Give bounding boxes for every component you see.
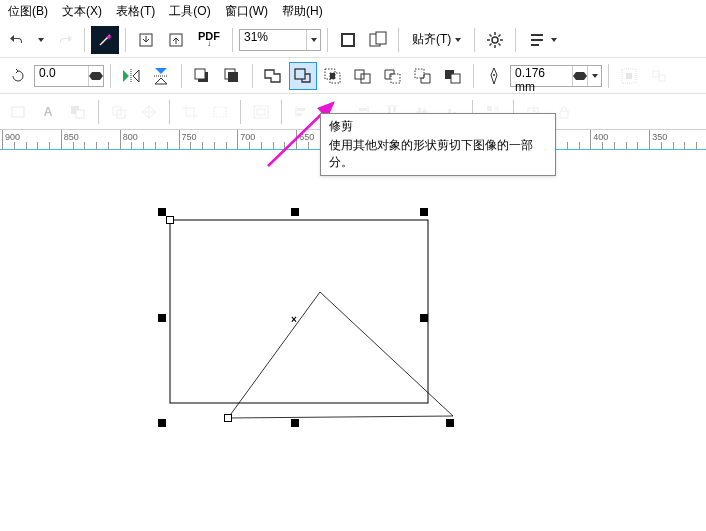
selection-center: × xyxy=(291,314,297,325)
sec-btn-6[interactable] xyxy=(176,98,204,126)
mirror-v-icon xyxy=(151,66,171,86)
svg-rect-39 xyxy=(12,107,24,117)
group-rect-icon xyxy=(109,102,129,122)
import-button[interactable] xyxy=(132,26,160,54)
front-minus-back-button[interactable] xyxy=(379,62,407,90)
sec-btn-5[interactable] xyxy=(135,98,163,126)
selection-handle[interactable] xyxy=(420,208,428,216)
chevron-down-icon xyxy=(551,38,557,42)
selection-handle[interactable] xyxy=(158,314,166,322)
svg-rect-41 xyxy=(76,110,84,118)
svg-line-12 xyxy=(499,43,501,45)
layout-button[interactable] xyxy=(522,26,562,54)
tooltip-desc: 使用其他对象的形状剪切下图像的一部分。 xyxy=(329,137,547,171)
node-handle[interactable] xyxy=(224,414,232,422)
menu-bitmap[interactable]: 位图(B) xyxy=(8,3,48,20)
autotrace-button[interactable] xyxy=(91,26,119,54)
order-front-button[interactable] xyxy=(188,62,216,90)
menu-tools[interactable]: 工具(O) xyxy=(169,3,210,20)
menu-window[interactable]: 窗口(W) xyxy=(225,3,268,20)
snap-dropdown[interactable]: 贴齐(T) xyxy=(405,26,468,54)
preview-icon xyxy=(368,30,388,50)
spin-up[interactable] xyxy=(573,66,587,76)
sec-btn-4[interactable] xyxy=(105,98,133,126)
export-button[interactable] xyxy=(162,26,190,54)
svg-point-34 xyxy=(493,74,495,76)
pdf-icon: PDF↓ xyxy=(199,30,219,50)
align-prop-button[interactable] xyxy=(615,62,643,90)
zoom-value[interactable]: 31% xyxy=(240,30,306,50)
menu-text[interactable]: 文本(X) xyxy=(62,3,102,20)
pdf-publish-button[interactable]: PDF↓ xyxy=(192,26,226,54)
selection-handle[interactable] xyxy=(158,419,166,427)
rotation-combo[interactable]: 0.0 xyxy=(34,65,104,87)
menu-help[interactable]: 帮助(H) xyxy=(282,3,323,20)
distribute-icon xyxy=(649,66,669,86)
svg-rect-38 xyxy=(659,75,665,81)
order-back-button[interactable] xyxy=(218,62,246,90)
to-front-icon xyxy=(192,66,212,86)
mirror-h-button[interactable] xyxy=(117,62,145,90)
selection-handle[interactable] xyxy=(158,208,166,216)
preview-button[interactable] xyxy=(364,26,392,54)
layout-icon xyxy=(527,30,547,50)
intersect-button[interactable] xyxy=(319,62,347,90)
crop-icon xyxy=(180,102,200,122)
svg-rect-68 xyxy=(487,106,492,111)
rotation-value[interactable]: 0.0 xyxy=(35,66,88,86)
intersect-icon xyxy=(323,66,343,86)
outline-width-dropdown[interactable] xyxy=(587,66,601,86)
spin-up[interactable] xyxy=(89,66,103,76)
svg-rect-37 xyxy=(653,71,659,77)
outline-pen-button[interactable] xyxy=(480,62,508,90)
fullscreen-button[interactable] xyxy=(334,26,362,54)
options-button[interactable] xyxy=(481,26,509,54)
sec-btn-1[interactable] xyxy=(4,98,32,126)
node-handle[interactable] xyxy=(166,216,174,224)
back-minus-front-button[interactable] xyxy=(409,62,437,90)
svg-rect-61 xyxy=(393,107,396,112)
weld-button[interactable] xyxy=(259,62,287,90)
simplify-icon xyxy=(353,66,373,86)
svg-rect-23 xyxy=(228,72,238,82)
redo-button[interactable] xyxy=(50,26,78,54)
sec-btn-2[interactable]: A xyxy=(34,98,62,126)
undo-button[interactable] xyxy=(4,26,32,54)
tooltip-title: 修剪 xyxy=(329,118,547,135)
snap-label: 贴齐(T) xyxy=(412,31,451,48)
outline-width-combo[interactable]: 0.176 mm xyxy=(510,65,602,87)
selection-handle[interactable] xyxy=(446,419,454,427)
selection-handle[interactable] xyxy=(420,314,428,322)
menu-table[interactable]: 表格(T) xyxy=(116,3,155,20)
selection-handle[interactable] xyxy=(291,208,299,216)
trim-button[interactable] xyxy=(289,62,317,90)
sec-btn-3[interactable] xyxy=(64,98,92,126)
spin-down[interactable] xyxy=(89,76,103,86)
svg-rect-5 xyxy=(376,32,386,44)
selection-handle[interactable] xyxy=(291,419,299,427)
chevron-down-icon xyxy=(455,38,461,42)
svg-rect-57 xyxy=(359,108,367,111)
mirror-v-button[interactable] xyxy=(147,62,175,90)
mirror-h-icon xyxy=(121,66,141,86)
simplify-button[interactable] xyxy=(349,62,377,90)
undo-dd[interactable] xyxy=(34,26,48,54)
svg-rect-3 xyxy=(343,35,353,45)
boundary-button[interactable] xyxy=(439,62,467,90)
canvas[interactable]: × xyxy=(0,150,706,510)
spin-down[interactable] xyxy=(573,76,587,86)
zoom-combo[interactable]: 31% xyxy=(239,29,321,51)
zoom-dropdown[interactable] xyxy=(306,30,320,50)
to-back-icon xyxy=(222,66,242,86)
distribute-prop-button[interactable] xyxy=(645,62,673,90)
boundary-icon xyxy=(443,66,463,86)
svg-rect-69 xyxy=(494,106,499,111)
outline-width-value[interactable]: 0.176 mm xyxy=(511,66,572,86)
sec-btn-7[interactable] xyxy=(206,98,234,126)
property-bar: 0.0 0.176 mm xyxy=(0,58,706,94)
redo-icon xyxy=(54,30,74,50)
rotation-icon-button[interactable] xyxy=(4,62,32,90)
export-icon xyxy=(166,30,186,50)
rect-icon xyxy=(8,102,28,122)
menu-bar: 位图(B) 文本(X) 表格(T) 工具(O) 窗口(W) 帮助(H) xyxy=(0,0,706,22)
